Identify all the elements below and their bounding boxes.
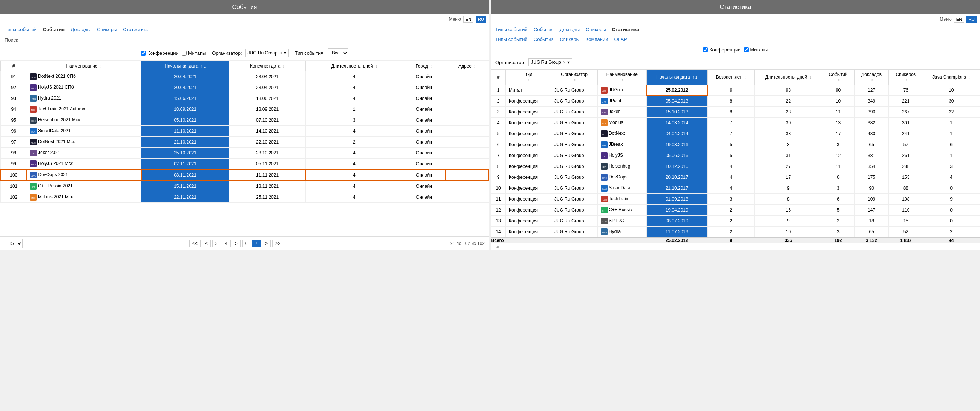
subnav-speakers[interactable]: Спикеры xyxy=(560,37,579,42)
rcol-start[interactable]: Начальная дата ↑ 1 xyxy=(646,70,707,85)
cell: 20.10.2017 xyxy=(646,172,707,183)
nav-event-types[interactable]: Типы событий xyxy=(5,27,37,32)
left-panel-title: События xyxy=(0,0,489,14)
meetups-checkbox-label[interactable]: Митапы xyxy=(182,50,206,56)
page-btn[interactable]: 6 xyxy=(242,240,251,247)
cell: 22 xyxy=(754,96,822,107)
nav-speakers[interactable]: Спикеры xyxy=(97,27,117,32)
rcol-speakers[interactable]: Спикеров↕ xyxy=(889,70,923,85)
right-org-select[interactable]: JUG Ru Group ✕ ▾ xyxy=(528,58,572,67)
total-cell: 192 xyxy=(822,237,854,243)
page-btn[interactable]: 3 xyxy=(212,240,221,247)
right-org-clear[interactable]: ✕ xyxy=(562,60,566,65)
per-page-select[interactable]: 15 xyxy=(5,239,22,248)
cell-address xyxy=(445,181,489,192)
cell: 13 xyxy=(822,118,854,129)
cell-city: Онлайн xyxy=(403,148,445,159)
page-btn[interactable]: << xyxy=(189,240,200,247)
right-nav-speakers[interactable]: Спикеры xyxy=(586,27,606,32)
rcol-talks[interactable]: Докладов↕ xyxy=(854,70,888,85)
right-panel-title: Статистика xyxy=(491,0,980,14)
subnav-companies[interactable]: Компании xyxy=(586,37,608,42)
cell: 5 xyxy=(707,150,754,161)
cell: 390 xyxy=(854,107,888,118)
left-menu-link[interactable]: Меню xyxy=(449,16,461,22)
right-meetups-checkbox[interactable] xyxy=(744,47,749,52)
total-cell: Всего xyxy=(491,237,647,243)
table-row: 94TECHTechTrain 2021 Autumn18.09.202118.… xyxy=(0,104,489,115)
left-type-select[interactable]: Все xyxy=(328,48,348,57)
left-org-dropdown-icon[interactable]: ▾ xyxy=(284,50,286,56)
svg-text:SPTD: SPTD xyxy=(601,220,607,223)
left-type-filter: Тип события: Все xyxy=(295,48,348,57)
col-end-date[interactable]: Конечная дата ↕ xyxy=(229,61,305,72)
cell: 5 xyxy=(491,129,506,139)
svg-text:SMAR: SMAR xyxy=(601,188,607,190)
cell: 1 xyxy=(923,118,980,129)
conferences-checkbox[interactable] xyxy=(141,51,146,56)
col-duration[interactable]: Длительность, дней ↕ xyxy=(305,61,403,72)
rcol-num[interactable]: # xyxy=(491,70,506,85)
page-btn[interactable]: 7 xyxy=(252,240,261,247)
page-btn[interactable]: 5 xyxy=(232,240,241,247)
rcol-events[interactable]: Событий↕ xyxy=(822,70,854,85)
search-bar: Поиск xyxy=(0,35,489,45)
right-lang-en[interactable]: EN xyxy=(954,16,964,22)
rcol-org[interactable]: Организатор↕ xyxy=(551,70,597,85)
cell: Конференция xyxy=(506,107,551,118)
svg-text:HOLY: HOLY xyxy=(31,163,36,166)
left-nav: Типы событий События Доклады Спикеры Ста… xyxy=(0,24,489,35)
rcol-name[interactable]: Наименование↕ xyxy=(598,70,647,85)
subnav-event-types[interactable]: Типы событий xyxy=(495,37,528,42)
rcol-type[interactable]: Вид↕ xyxy=(506,70,551,85)
cell: SMARSmartData xyxy=(598,183,647,194)
page-btn[interactable]: > xyxy=(262,240,271,247)
nav-events[interactable]: События xyxy=(43,27,65,32)
right-conferences-label[interactable]: Конференции xyxy=(703,47,741,53)
rcol-age[interactable]: Возраст, лет ↕ xyxy=(707,70,754,85)
left-lang-ru[interactable]: RU xyxy=(476,16,486,22)
col-address[interactable]: Адрес ↕ xyxy=(445,61,489,72)
page-btn[interactable]: < xyxy=(202,240,211,247)
right-conferences-checkbox[interactable] xyxy=(703,47,708,52)
right-nav-event-types[interactable]: Типы событий xyxy=(495,27,528,32)
cell: 30 xyxy=(923,96,980,107)
rcol-java[interactable]: Java Champions ↕ xyxy=(923,70,980,85)
col-name[interactable]: Наименование ↕ xyxy=(27,61,141,72)
cell: 2 xyxy=(707,226,754,238)
cell: 21.10.2017 xyxy=(646,183,707,194)
col-city[interactable]: Город ↕ xyxy=(403,61,445,72)
rcol-days[interactable]: Длительность, дней ↕ xyxy=(754,70,822,85)
cell: 9 xyxy=(923,194,980,205)
svg-text:HYDR: HYDR xyxy=(601,231,607,234)
left-lang-en[interactable]: EN xyxy=(463,16,474,22)
right-menu-link[interactable]: Меню xyxy=(939,16,951,22)
right-lang-ru[interactable]: RU xyxy=(966,16,977,22)
left-org-clear[interactable]: ✕ xyxy=(279,51,282,56)
right-nav-talks[interactable]: Доклады xyxy=(560,27,580,32)
left-org-select[interactable]: JUG Ru Group ✕ ▾ xyxy=(245,49,289,57)
col-start-date[interactable]: Начальная дата ↑ 1 xyxy=(141,61,229,72)
nav-talks[interactable]: Доклады xyxy=(71,27,91,32)
right-meetups-label[interactable]: Митапы xyxy=(744,47,768,53)
nav-stats[interactable]: Статистика xyxy=(123,27,148,32)
meetups-checkbox[interactable] xyxy=(182,51,187,56)
cell: HEISHeisenbug xyxy=(598,161,647,172)
right-nav-events[interactable]: События xyxy=(533,27,554,32)
left-org-filter: Организатор: JUG Ru Group ✕ ▾ xyxy=(212,49,289,57)
cell: 1 xyxy=(923,150,980,161)
cell-num: 100 xyxy=(0,169,27,181)
table-row: 96SMARSmartData 202111.10.202114.10.2021… xyxy=(0,126,489,137)
right-nav-stats[interactable]: Статистика xyxy=(612,27,640,32)
subnav-events[interactable]: События xyxy=(533,37,554,42)
col-num[interactable]: # xyxy=(0,61,27,72)
right-org-dropdown-icon[interactable]: ▾ xyxy=(567,60,570,65)
cell-end: 25.11.2021 xyxy=(229,192,305,203)
cell: 3 xyxy=(822,139,854,150)
subnav-olap[interactable]: OLAP xyxy=(614,37,627,42)
conferences-checkbox-label[interactable]: Конференции xyxy=(141,50,179,56)
cell: 354 xyxy=(854,161,888,172)
cell: 480 xyxy=(854,129,888,139)
page-btn[interactable]: >> xyxy=(272,240,283,247)
page-btn[interactable]: 4 xyxy=(222,240,231,247)
